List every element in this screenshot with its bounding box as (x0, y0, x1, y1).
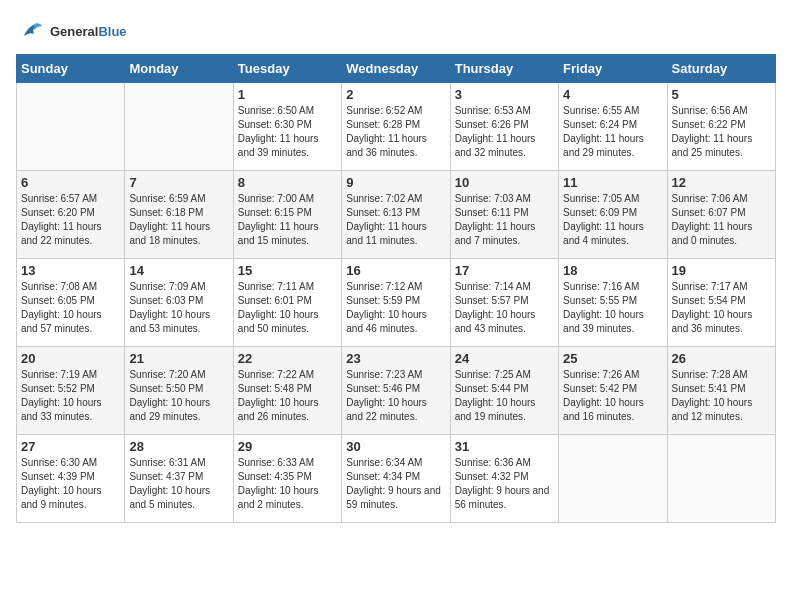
day-detail: Sunrise: 6:33 AM Sunset: 4:35 PM Dayligh… (238, 456, 337, 512)
weekday-header-tuesday: Tuesday (233, 55, 341, 83)
day-number: 24 (455, 351, 554, 366)
calendar-cell (125, 83, 233, 171)
day-detail: Sunrise: 7:17 AM Sunset: 5:54 PM Dayligh… (672, 280, 771, 336)
day-detail: Sunrise: 6:31 AM Sunset: 4:37 PM Dayligh… (129, 456, 228, 512)
calendar-cell: 1Sunrise: 6:50 AM Sunset: 6:30 PM Daylig… (233, 83, 341, 171)
calendar-cell: 9Sunrise: 7:02 AM Sunset: 6:13 PM Daylig… (342, 171, 450, 259)
calendar-cell: 3Sunrise: 6:53 AM Sunset: 6:26 PM Daylig… (450, 83, 558, 171)
calendar-cell: 7Sunrise: 6:59 AM Sunset: 6:18 PM Daylig… (125, 171, 233, 259)
page-header: GeneralBlue (16, 16, 776, 46)
calendar-cell: 5Sunrise: 6:56 AM Sunset: 6:22 PM Daylig… (667, 83, 775, 171)
day-number: 13 (21, 263, 120, 278)
calendar-cell: 11Sunrise: 7:05 AM Sunset: 6:09 PM Dayli… (559, 171, 667, 259)
logo-icon (16, 16, 46, 46)
calendar-week-1: 1Sunrise: 6:50 AM Sunset: 6:30 PM Daylig… (17, 83, 776, 171)
day-detail: Sunrise: 7:25 AM Sunset: 5:44 PM Dayligh… (455, 368, 554, 424)
day-detail: Sunrise: 7:16 AM Sunset: 5:55 PM Dayligh… (563, 280, 662, 336)
calendar-cell: 29Sunrise: 6:33 AM Sunset: 4:35 PM Dayli… (233, 435, 341, 523)
calendar-table: SundayMondayTuesdayWednesdayThursdayFrid… (16, 54, 776, 523)
day-number: 31 (455, 439, 554, 454)
calendar-cell: 4Sunrise: 6:55 AM Sunset: 6:24 PM Daylig… (559, 83, 667, 171)
day-detail: Sunrise: 6:56 AM Sunset: 6:22 PM Dayligh… (672, 104, 771, 160)
calendar-cell: 28Sunrise: 6:31 AM Sunset: 4:37 PM Dayli… (125, 435, 233, 523)
day-detail: Sunrise: 6:36 AM Sunset: 4:32 PM Dayligh… (455, 456, 554, 512)
calendar-cell: 20Sunrise: 7:19 AM Sunset: 5:52 PM Dayli… (17, 347, 125, 435)
calendar-cell (667, 435, 775, 523)
day-number: 27 (21, 439, 120, 454)
calendar-cell: 10Sunrise: 7:03 AM Sunset: 6:11 PM Dayli… (450, 171, 558, 259)
day-detail: Sunrise: 6:55 AM Sunset: 6:24 PM Dayligh… (563, 104, 662, 160)
day-detail: Sunrise: 7:06 AM Sunset: 6:07 PM Dayligh… (672, 192, 771, 248)
weekday-header-friday: Friday (559, 55, 667, 83)
day-detail: Sunrise: 7:11 AM Sunset: 6:01 PM Dayligh… (238, 280, 337, 336)
weekday-header-thursday: Thursday (450, 55, 558, 83)
day-detail: Sunrise: 7:22 AM Sunset: 5:48 PM Dayligh… (238, 368, 337, 424)
day-number: 8 (238, 175, 337, 190)
calendar-cell: 23Sunrise: 7:23 AM Sunset: 5:46 PM Dayli… (342, 347, 450, 435)
day-detail: Sunrise: 6:50 AM Sunset: 6:30 PM Dayligh… (238, 104, 337, 160)
day-number: 26 (672, 351, 771, 366)
calendar-cell: 8Sunrise: 7:00 AM Sunset: 6:15 PM Daylig… (233, 171, 341, 259)
day-number: 16 (346, 263, 445, 278)
calendar-cell: 2Sunrise: 6:52 AM Sunset: 6:28 PM Daylig… (342, 83, 450, 171)
weekday-header-saturday: Saturday (667, 55, 775, 83)
calendar-cell: 12Sunrise: 7:06 AM Sunset: 6:07 PM Dayli… (667, 171, 775, 259)
calendar-cell (17, 83, 125, 171)
calendar-cell: 26Sunrise: 7:28 AM Sunset: 5:41 PM Dayli… (667, 347, 775, 435)
weekday-header-sunday: Sunday (17, 55, 125, 83)
day-number: 9 (346, 175, 445, 190)
day-detail: Sunrise: 7:19 AM Sunset: 5:52 PM Dayligh… (21, 368, 120, 424)
calendar-cell: 30Sunrise: 6:34 AM Sunset: 4:34 PM Dayli… (342, 435, 450, 523)
day-detail: Sunrise: 7:14 AM Sunset: 5:57 PM Dayligh… (455, 280, 554, 336)
calendar-cell: 19Sunrise: 7:17 AM Sunset: 5:54 PM Dayli… (667, 259, 775, 347)
calendar-cell: 31Sunrise: 6:36 AM Sunset: 4:32 PM Dayli… (450, 435, 558, 523)
calendar-week-2: 6Sunrise: 6:57 AM Sunset: 6:20 PM Daylig… (17, 171, 776, 259)
day-number: 25 (563, 351, 662, 366)
day-number: 18 (563, 263, 662, 278)
calendar-week-5: 27Sunrise: 6:30 AM Sunset: 4:39 PM Dayli… (17, 435, 776, 523)
day-detail: Sunrise: 7:05 AM Sunset: 6:09 PM Dayligh… (563, 192, 662, 248)
day-number: 1 (238, 87, 337, 102)
calendar-week-4: 20Sunrise: 7:19 AM Sunset: 5:52 PM Dayli… (17, 347, 776, 435)
day-detail: Sunrise: 6:59 AM Sunset: 6:18 PM Dayligh… (129, 192, 228, 248)
calendar-week-3: 13Sunrise: 7:08 AM Sunset: 6:05 PM Dayli… (17, 259, 776, 347)
day-number: 2 (346, 87, 445, 102)
weekday-header-wednesday: Wednesday (342, 55, 450, 83)
day-detail: Sunrise: 6:57 AM Sunset: 6:20 PM Dayligh… (21, 192, 120, 248)
day-number: 21 (129, 351, 228, 366)
day-detail: Sunrise: 7:09 AM Sunset: 6:03 PM Dayligh… (129, 280, 228, 336)
calendar-cell: 25Sunrise: 7:26 AM Sunset: 5:42 PM Dayli… (559, 347, 667, 435)
calendar-cell (559, 435, 667, 523)
day-detail: Sunrise: 7:20 AM Sunset: 5:50 PM Dayligh… (129, 368, 228, 424)
calendar-cell: 13Sunrise: 7:08 AM Sunset: 6:05 PM Dayli… (17, 259, 125, 347)
calendar-cell: 22Sunrise: 7:22 AM Sunset: 5:48 PM Dayli… (233, 347, 341, 435)
day-number: 14 (129, 263, 228, 278)
day-detail: Sunrise: 6:52 AM Sunset: 6:28 PM Dayligh… (346, 104, 445, 160)
day-number: 7 (129, 175, 228, 190)
day-number: 17 (455, 263, 554, 278)
day-number: 4 (563, 87, 662, 102)
logo: GeneralBlue (16, 16, 127, 46)
day-number: 23 (346, 351, 445, 366)
calendar-cell: 15Sunrise: 7:11 AM Sunset: 6:01 PM Dayli… (233, 259, 341, 347)
day-detail: Sunrise: 7:12 AM Sunset: 5:59 PM Dayligh… (346, 280, 445, 336)
day-number: 19 (672, 263, 771, 278)
weekday-header-row: SundayMondayTuesdayWednesdayThursdayFrid… (17, 55, 776, 83)
day-detail: Sunrise: 7:03 AM Sunset: 6:11 PM Dayligh… (455, 192, 554, 248)
day-detail: Sunrise: 6:30 AM Sunset: 4:39 PM Dayligh… (21, 456, 120, 512)
day-number: 11 (563, 175, 662, 190)
calendar-cell: 6Sunrise: 6:57 AM Sunset: 6:20 PM Daylig… (17, 171, 125, 259)
day-number: 12 (672, 175, 771, 190)
day-number: 30 (346, 439, 445, 454)
day-detail: Sunrise: 7:23 AM Sunset: 5:46 PM Dayligh… (346, 368, 445, 424)
day-detail: Sunrise: 7:02 AM Sunset: 6:13 PM Dayligh… (346, 192, 445, 248)
day-number: 5 (672, 87, 771, 102)
calendar-cell: 17Sunrise: 7:14 AM Sunset: 5:57 PM Dayli… (450, 259, 558, 347)
day-number: 22 (238, 351, 337, 366)
day-number: 6 (21, 175, 120, 190)
day-number: 20 (21, 351, 120, 366)
calendar-cell: 14Sunrise: 7:09 AM Sunset: 6:03 PM Dayli… (125, 259, 233, 347)
day-number: 15 (238, 263, 337, 278)
day-detail: Sunrise: 7:26 AM Sunset: 5:42 PM Dayligh… (563, 368, 662, 424)
day-number: 3 (455, 87, 554, 102)
